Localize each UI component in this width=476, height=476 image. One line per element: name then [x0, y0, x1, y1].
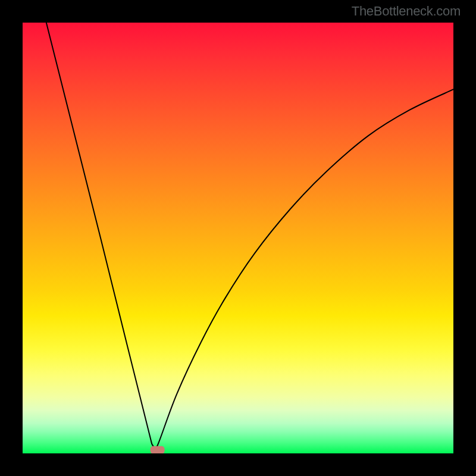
curve-right-branch [155, 89, 453, 449]
attribution-text: TheBottleneck.com [352, 4, 461, 19]
chart-frame: TheBottleneck.com [0, 0, 476, 476]
optimal-point-marker [151, 446, 165, 453]
curve-left-branch [46, 23, 155, 448]
plot-area [23, 23, 453, 453]
bottleneck-curve [23, 23, 453, 453]
